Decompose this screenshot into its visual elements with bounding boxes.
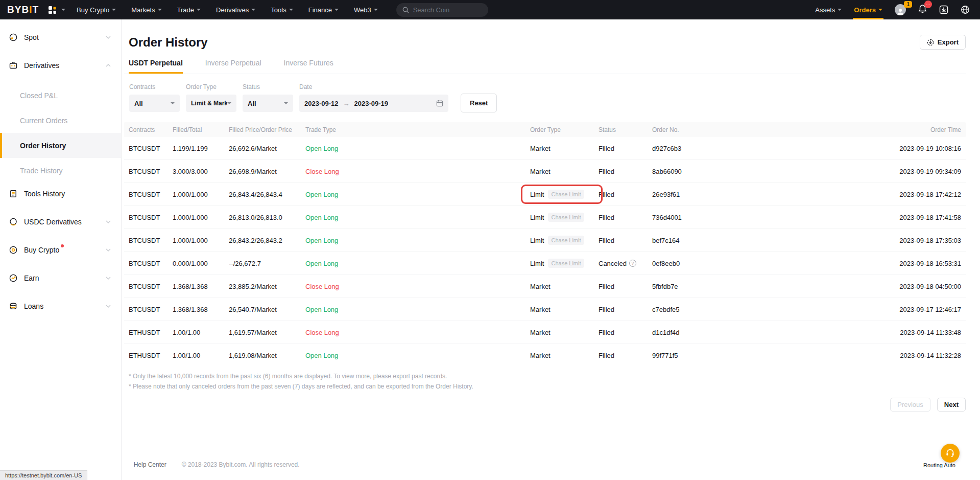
cell-filled: 1.000/1.000 [173,191,229,198]
menu-derivatives[interactable]: Derivatives [216,6,255,14]
cell-order-time: 2023-09-17 12:46:17 [844,306,961,313]
cell-order-no: d1c1df4d [652,329,844,336]
contracts-filter-label: Contracts [129,83,180,90]
user-avatar[interactable]: 1 [895,4,906,15]
order-history-table: Contracts Filled/Total Filled Price/Orde… [124,122,966,367]
cell-status: Filled [599,329,652,336]
cell-price: --/26,672.7 [229,260,305,267]
cell-order-time: 2023-09-18 17:42:12 [844,191,961,198]
top-nav: BYBIT Buy Crypto Markets Trade Derivativ… [0,0,980,19]
footnote-records-limit: * Only the latest 10,000 records from th… [129,371,966,381]
menu-trade[interactable]: Trade [177,6,201,14]
cell-order-no: 0ef8eeb0 [652,260,844,267]
export-button[interactable]: Export [920,35,966,50]
cell-price: 1,619.08/Market [229,352,305,359]
previous-page-button[interactable]: Previous [890,398,930,412]
sidebar-item-usdc-derivatives[interactable]: USDC Derivatives [0,211,121,233]
chase-limit-tag: Chase Limit [548,259,584,268]
footnotes: * Only the latest 10,000 records from th… [124,371,966,392]
cell-trade-type: Close Long [305,168,530,175]
date-arrow: → [343,100,350,107]
table-row: BTCUSDT 0.000/1.000 --/26,672.7 Open Lon… [124,252,966,275]
menu-label: Web3 [354,6,371,14]
loans-icon [9,302,18,311]
cell-order-type: LimitChase Limit [530,236,599,245]
sidebar-item-spot[interactable]: Spot [0,27,121,48]
calendar-icon [436,100,443,107]
cell-order-no: d927c6b3 [652,145,844,152]
order-type-text: Limit [530,260,544,267]
orders-menu[interactable]: Orders [854,0,882,19]
sidebar-item-earn[interactable]: Earn [0,267,121,289]
sidebar-item-derivatives[interactable]: Derivatives [0,55,121,76]
chevron-down-icon [106,305,111,308]
sidebar-item-current-orders[interactable]: Current Orders [0,108,121,133]
menu-label: Buy Crypto [77,6,109,14]
table-header: Contracts Filled/Total Filled Price/Orde… [124,122,966,137]
globe-icon [961,5,970,14]
cell-contracts: BTCUSDT [129,191,173,198]
menu-buy-crypto[interactable]: Buy Crypto [77,6,116,14]
search-input[interactable] [413,6,480,14]
order-type-text: Market [530,306,551,313]
status-url: https://testnet.bybit.com/en-US [5,472,82,478]
table-row-highlighted: BTCUSDT 1.000/1.000 26,843.4/26,843.4 Op… [124,183,966,206]
menu-web3[interactable]: Web3 [354,6,378,14]
sidebar-item-buy-crypto[interactable]: Buy Crypto [0,239,121,261]
sidebar-item-trade-history[interactable]: Trade History [0,158,121,183]
language-globe-button[interactable] [961,5,970,14]
cell-trade-type: Open Long [305,260,530,267]
table-row: BTCUSDT 1.000/1.000 26,813.0/26,813.0 Op… [124,206,966,229]
reset-button[interactable]: Reset [461,94,497,112]
order-type-text: Limit [530,191,544,198]
bybit-logo[interactable]: BYBIT [7,4,39,15]
copyright-text: © 2018-2023 Bybit.com. All rights reserv… [182,461,300,468]
sidebar-item-loans[interactable]: Loans [0,295,121,317]
next-page-button[interactable]: Next [937,398,966,412]
menu-label: Trade [177,6,194,14]
notifications-button[interactable]: … [918,4,927,15]
cell-order-time: 2023-09-19 09:34:09 [844,168,961,175]
table-row: BTCUSDT 1.368/1.368 23,885.2/Market Clos… [124,275,966,298]
footer-link-help-center[interactable]: Help Center [134,461,166,468]
contracts-select[interactable]: All [129,95,180,112]
menu-tools[interactable]: Tools [271,6,293,14]
order-type-value: Limit & Market [191,100,227,107]
cell-price: 26,698.9/Market [229,168,305,175]
bell-badge: … [924,1,932,8]
menu-markets[interactable]: Markets [131,6,161,14]
date-range-picker[interactable]: 2023-09-12 → 2023-09-19 [299,95,448,112]
sidebar-label: Spot [24,33,39,41]
order-type-select[interactable]: Limit & Market [186,95,236,112]
tab-inverse-perpetual[interactable]: Inverse Perpetual [205,59,261,74]
cell-filled: 1.368/1.368 [173,306,229,313]
pagination: Previous Next [124,398,966,412]
browser-status-bar: https://testnet.bybit.com/en-US [0,470,87,480]
cell-trade-type: Open Long [305,214,530,221]
table-row: BTCUSDT 1.368/1.368 26,540.7/Market Open… [124,298,966,321]
tab-inverse-futures[interactable]: Inverse Futures [284,59,333,74]
tab-usdt-perpetual[interactable]: USDT Perpetual [129,59,183,74]
cell-filled: 1.000/1.000 [173,214,229,221]
search-box[interactable] [396,3,488,17]
sidebar-label: Tools History [24,190,65,198]
cell-order-type: Market [530,329,599,336]
menu-finance[interactable]: Finance [308,6,339,14]
header-order-time: Order Time [844,126,961,133]
order-type-text: Market [530,283,551,290]
assets-menu[interactable]: Assets [815,0,842,19]
support-chat-button[interactable] [941,444,960,463]
cell-order-no: bef7c164 [652,237,844,244]
question-mark-icon[interactable]: ? [629,260,636,267]
sidebar-item-order-history[interactable]: Order History [0,133,121,158]
download-app-button[interactable] [939,5,948,14]
export-label: Export [938,38,959,46]
sidebar-item-closed-pnl[interactable]: Closed P&L [0,83,121,108]
cell-status: Filled [599,352,652,359]
tab-bar: USDT Perpetual Inverse Perpetual Inverse… [124,59,966,74]
sidebar-item-tools-history[interactable]: Tools History [0,183,121,204]
contracts-value: All [134,100,143,107]
apps-grid-button[interactable] [48,6,65,14]
main-menu: Buy Crypto Markets Trade Derivatives Too… [77,6,378,14]
status-select[interactable]: All [243,95,293,112]
